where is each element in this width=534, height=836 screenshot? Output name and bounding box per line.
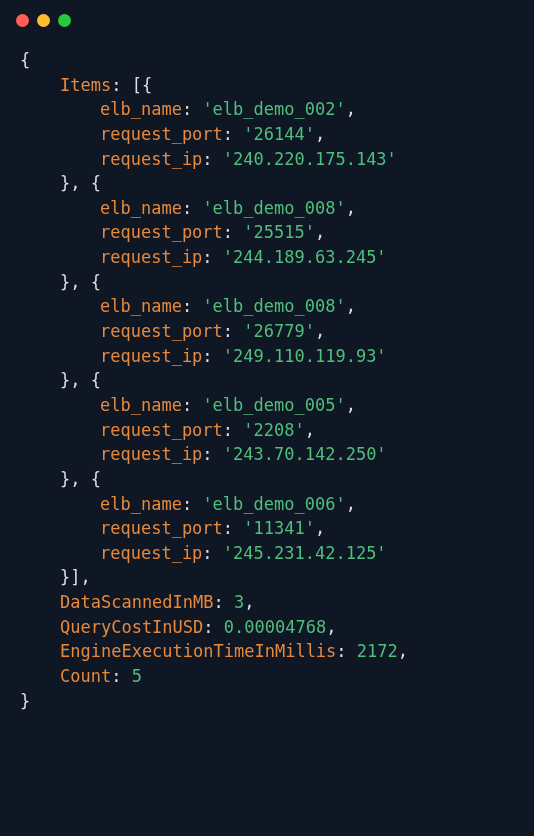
close-icon[interactable] (16, 14, 29, 27)
minimize-icon[interactable] (37, 14, 50, 27)
window-titlebar (0, 0, 534, 40)
code-block: {Items: [{elb_name: 'elb_demo_002',reque… (0, 40, 534, 733)
zoom-icon[interactable] (58, 14, 71, 27)
